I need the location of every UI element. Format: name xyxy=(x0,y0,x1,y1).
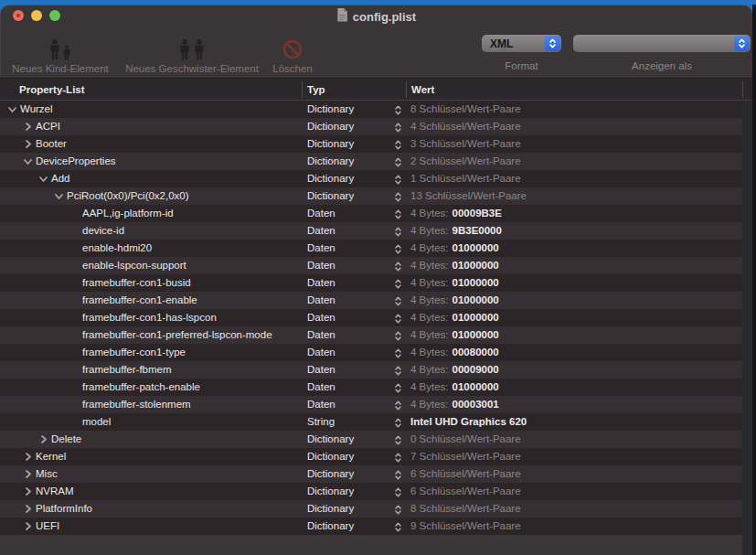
disclosure-triangle-icon[interactable] xyxy=(54,191,64,201)
row-key-label[interactable]: Kernel xyxy=(36,448,66,465)
row-value[interactable]: 4 Bytes:01000000 xyxy=(410,292,499,309)
title-bar[interactable]: config.plist xyxy=(0,5,752,26)
row-type-value[interactable]: Dictionary xyxy=(307,187,354,205)
disclosure-triangle-icon[interactable] xyxy=(38,434,48,444)
disclosure-triangle-icon[interactable] xyxy=(23,469,33,479)
row-value[interactable]: 4 Bytes:00080000 xyxy=(410,344,499,361)
column-divider[interactable] xyxy=(302,81,303,98)
table-row[interactable]: framebuffer-stolenmemDaten4 Bytes:000030… xyxy=(0,396,742,413)
delete-button[interactable]: Löschen xyxy=(267,30,318,74)
row-key-label[interactable]: PlatformInfo xyxy=(36,500,92,518)
table-row[interactable]: AddDictionary1 Schlüssel/Wert-Paare xyxy=(0,170,742,187)
row-value[interactable]: 1 Schlüssel/Wert-Paare xyxy=(410,170,521,187)
table-row[interactable]: WurzelDictionary8 Schlüssel/Wert-Paare xyxy=(0,101,742,118)
table-row[interactable]: framebuffer-con1-typeDaten4 Bytes:000800… xyxy=(0,344,742,361)
row-key-label[interactable]: framebuffer-con1-preferred-lspcon-mode xyxy=(82,326,272,344)
table-row[interactable]: framebuffer-fbmemDaten4 Bytes:00009000 xyxy=(0,361,742,379)
row-key-label[interactable]: Delete xyxy=(51,431,81,448)
row-key-label[interactable]: model xyxy=(82,413,111,431)
row-type-value[interactable]: Dictionary xyxy=(307,518,354,535)
row-value[interactable]: 13 Schlüssel/Wert-Paare xyxy=(410,187,527,205)
row-type-value[interactable]: Daten xyxy=(307,205,335,222)
row-type-value[interactable]: Daten xyxy=(307,274,335,292)
row-key-label[interactable]: Add xyxy=(51,170,69,187)
row-type-value[interactable]: Dictionary xyxy=(307,170,354,187)
table-row[interactable]: PciRoot(0x0)/Pci(0x2,0x0)Dictionary13 Sc… xyxy=(0,187,742,205)
row-key-label[interactable]: device-id xyxy=(82,222,124,240)
row-type-value[interactable]: Dictionary xyxy=(307,483,354,500)
view-as-popup[interactable] xyxy=(573,35,751,52)
row-value[interactable]: 7 Schlüssel/Wert-Paare xyxy=(410,448,521,465)
row-type-value[interactable]: Dictionary xyxy=(307,153,354,170)
table-row[interactable]: framebuffer-con1-has-lspconDaten4 Bytes:… xyxy=(0,309,742,326)
format-popup[interactable]: XML xyxy=(482,35,561,52)
minimize-button[interactable] xyxy=(31,10,42,21)
row-key-label[interactable]: framebuffer-con1-busid xyxy=(82,274,191,292)
row-value[interactable]: 3 Schlüssel/Wert-Paare xyxy=(410,135,521,153)
row-type-value[interactable]: Daten xyxy=(307,222,335,240)
column-divider[interactable] xyxy=(406,81,407,98)
table-row[interactable]: framebuffer-patch-enableDaten4 Bytes:010… xyxy=(0,379,742,396)
row-value[interactable]: 4 Bytes:00003001 xyxy=(410,396,499,413)
row-value[interactable]: 4 Bytes:01000000 xyxy=(410,379,499,396)
row-key-label[interactable]: framebuffer-con1-enable xyxy=(82,292,197,309)
disclosure-triangle-icon[interactable] xyxy=(23,504,33,514)
row-value[interactable]: 0 Schlüssel/Wert-Paare xyxy=(410,431,521,448)
row-key-label[interactable]: enable-lspcon-support xyxy=(82,257,186,274)
new-child-element-button[interactable]: Neues Kind-Element xyxy=(7,30,113,74)
zoom-button[interactable] xyxy=(49,10,60,21)
column-header-typ[interactable]: Typ xyxy=(307,79,325,101)
row-key-label[interactable]: framebuffer-con1-has-lspcon xyxy=(82,309,217,326)
table-row[interactable]: KernelDictionary7 Schlüssel/Wert-Paare xyxy=(0,448,742,465)
disclosure-triangle-icon[interactable] xyxy=(7,104,17,114)
row-value[interactable]: 8 Schlüssel/Wert-Paare xyxy=(410,101,521,118)
row-key-label[interactable]: framebuffer-stolenmem xyxy=(82,396,191,413)
row-value[interactable]: 4 Bytes:00009000 xyxy=(410,361,499,379)
row-type-value[interactable]: Dictionary xyxy=(307,500,354,518)
row-value[interactable]: 8 Schlüssel/Wert-Paare xyxy=(410,500,521,518)
row-type-value[interactable]: Daten xyxy=(307,344,335,361)
table-row[interactable]: AAPL,ig-platform-idDaten4 Bytes:00009B3E xyxy=(0,205,742,222)
row-type-value[interactable]: Daten xyxy=(307,309,335,326)
row-type-value[interactable]: String xyxy=(307,413,335,431)
row-key-label[interactable]: Wurzel xyxy=(20,101,53,118)
row-value[interactable]: 4 Bytes:01000000 xyxy=(410,257,499,274)
disclosure-triangle-icon[interactable] xyxy=(38,174,48,184)
disclosure-triangle-icon[interactable] xyxy=(23,139,33,149)
row-type-value[interactable]: Dictionary xyxy=(307,118,354,135)
row-type-value[interactable]: Daten xyxy=(307,292,335,309)
close-button[interactable] xyxy=(13,10,24,21)
table-row[interactable]: framebuffer-con1-busidDaten4 Bytes:01000… xyxy=(0,274,742,292)
table-row[interactable]: device-idDaten4 Bytes:9B3E0000 xyxy=(0,222,742,240)
column-divider[interactable] xyxy=(742,81,743,98)
disclosure-triangle-icon[interactable] xyxy=(23,452,33,462)
disclosure-triangle-icon[interactable] xyxy=(23,521,33,531)
row-value[interactable]: 2 Schlüssel/Wert-Paare xyxy=(410,153,521,170)
row-value[interactable]: 4 Bytes:9B3E0000 xyxy=(410,222,502,240)
row-key-label[interactable]: framebuffer-con1-type xyxy=(82,344,186,361)
row-key-label[interactable]: ACPI xyxy=(36,118,60,135)
row-type-value[interactable]: Daten xyxy=(307,240,335,257)
table-row[interactable]: enable-hdmi20Daten4 Bytes:01000000 xyxy=(0,240,742,257)
column-header-property-list[interactable]: Property-List xyxy=(19,79,85,101)
row-value[interactable]: 4 Bytes:01000000 xyxy=(410,274,499,292)
column-header-wert[interactable]: Wert xyxy=(411,79,434,101)
row-key-label[interactable]: AAPL,ig-platform-id xyxy=(82,205,174,222)
row-value[interactable]: 4 Bytes:01000000 xyxy=(410,309,499,326)
row-value[interactable]: 4 Schlüssel/Wert-Paare xyxy=(410,118,521,135)
row-type-value[interactable]: Dictionary xyxy=(307,101,354,118)
row-type-value[interactable]: Daten xyxy=(307,379,335,396)
row-type-value[interactable]: Dictionary xyxy=(307,431,354,448)
row-key-label[interactable]: framebuffer-fbmem xyxy=(82,361,172,379)
row-type-value[interactable]: Daten xyxy=(307,396,335,413)
row-type-value[interactable]: Dictionary xyxy=(307,465,354,483)
row-key-label[interactable]: enable-hdmi20 xyxy=(82,240,152,257)
row-value[interactable]: 6 Schlüssel/Wert-Paare xyxy=(410,465,521,483)
row-key-label[interactable]: DeviceProperties xyxy=(36,153,116,170)
table-row[interactable]: DeleteDictionary0 Schlüssel/Wert-Paare xyxy=(0,431,742,448)
table-row[interactable]: framebuffer-con1-enableDaten4 Bytes:0100… xyxy=(0,292,742,309)
row-type-value[interactable]: Daten xyxy=(307,257,335,274)
disclosure-triangle-icon[interactable] xyxy=(23,156,33,166)
row-key-label[interactable]: Booter xyxy=(36,135,67,153)
table-row[interactable]: modelStringIntel UHD Graphics 620 xyxy=(0,413,742,431)
